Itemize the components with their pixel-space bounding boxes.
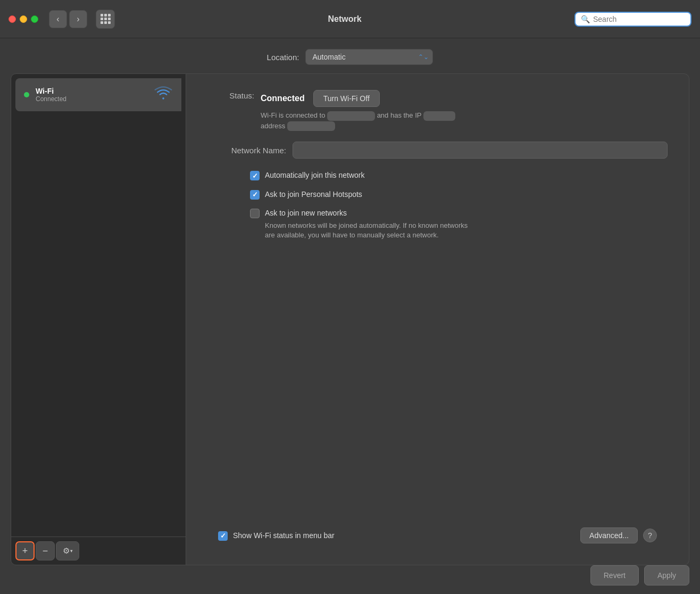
connected-dot xyxy=(24,92,29,97)
ask-new-networks-sublabel: Known networks will be joined automatica… xyxy=(265,221,478,240)
traffic-lights xyxy=(9,15,38,23)
right-panel: Status: Connected Turn Wi-Fi Off Wi-Fi i… xyxy=(186,73,689,565)
network-info: Wi-Fi Connected xyxy=(36,87,147,103)
show-wifi-checkbox[interactable]: ✓ xyxy=(218,531,228,541)
checkmark-icon-3: ✓ xyxy=(220,532,226,540)
grid-icon xyxy=(101,14,111,24)
location-select-wrap: Automatic xyxy=(305,49,433,65)
ask-hotspot-label: Ask to join Personal Hotspots xyxy=(265,189,362,200)
ask-new-networks-label: Ask to join new networks xyxy=(265,209,347,217)
status-description: Wi-Fi is connected to and has the IP add… xyxy=(261,110,668,131)
two-pane: Wi-Fi Connected + − ⚙ xyxy=(11,73,689,565)
auto-join-checkbox[interactable]: ✓ xyxy=(250,171,260,180)
ask-hotspot-checkbox[interactable]: ✓ xyxy=(250,190,260,200)
nav-buttons: ‹ › xyxy=(49,10,87,28)
redacted-address xyxy=(287,121,335,131)
back-button[interactable]: ‹ xyxy=(49,10,67,28)
auto-join-label: Automatically join this network xyxy=(265,170,365,181)
status-content: Connected Turn Wi-Fi Off Wi-Fi is connec… xyxy=(261,90,668,131)
wifi-network-item[interactable]: Wi-Fi Connected xyxy=(15,78,181,111)
gear-icon: ⚙ xyxy=(63,546,70,556)
panel-spacer xyxy=(11,111,186,537)
search-input[interactable] xyxy=(593,15,685,23)
network-name-label: Wi-Fi xyxy=(36,87,147,95)
checkmark-icon: ✓ xyxy=(252,172,258,180)
help-button[interactable]: ? xyxy=(643,529,657,542)
grid-view-button[interactable] xyxy=(96,10,115,29)
search-icon: 🔍 xyxy=(581,15,590,23)
left-panel: Wi-Fi Connected + − ⚙ xyxy=(11,73,186,565)
location-label: Location: xyxy=(267,53,299,62)
show-wifi-row: ✓ Show Wi-Fi status in menu bar Advanced… xyxy=(218,527,657,543)
network-name-field-label: Network Name: xyxy=(207,146,293,155)
title-bar: ‹ › Network 🔍 xyxy=(0,0,700,38)
advanced-button[interactable]: Advanced... xyxy=(580,527,638,543)
close-button[interactable] xyxy=(9,15,16,23)
apply-button[interactable]: Apply xyxy=(644,565,689,585)
maximize-button[interactable] xyxy=(31,15,38,23)
ask-new-networks-row: Ask to join new networks Known networks … xyxy=(250,208,668,240)
forward-button[interactable]: › xyxy=(69,10,87,28)
status-connected-value: Connected xyxy=(261,94,305,103)
status-field-label: Status: xyxy=(207,90,261,100)
redacted-ssid xyxy=(327,111,375,121)
wifi-signal-icon xyxy=(154,86,173,104)
network-name-row: Network Name: xyxy=(207,142,668,159)
checkmark-icon-2: ✓ xyxy=(252,191,258,199)
search-bar[interactable]: 🔍 xyxy=(574,12,691,27)
turn-wifi-off-button[interactable]: Turn Wi-Fi Off xyxy=(313,90,380,107)
network-status-label: Connected xyxy=(36,95,147,103)
remove-network-button[interactable]: − xyxy=(36,541,55,560)
auto-join-row: ✓ Automatically join this network xyxy=(250,170,668,181)
ask-new-networks-content: Ask to join new networks Known networks … xyxy=(265,208,478,240)
show-wifi-right: Advanced... ? xyxy=(580,527,657,543)
left-toolbar: + − ⚙ ▾ xyxy=(11,537,186,565)
ask-new-networks-checkbox[interactable] xyxy=(250,209,260,218)
location-select[interactable]: Automatic xyxy=(305,49,433,65)
spacer xyxy=(207,251,668,527)
revert-button[interactable]: Revert xyxy=(590,565,639,585)
chevron-down-icon: ▾ xyxy=(70,548,73,554)
checkbox-section: ✓ Automatically join this network ✓ Ask … xyxy=(207,170,668,240)
add-network-button[interactable]: + xyxy=(15,541,35,560)
action-row: Revert Apply xyxy=(0,565,700,594)
location-row: Location: Automatic xyxy=(0,38,700,73)
minimize-button[interactable] xyxy=(20,15,27,23)
show-wifi-label: Show Wi-Fi status in menu bar xyxy=(233,531,335,540)
network-name-input[interactable] xyxy=(293,142,668,159)
ask-hotspot-row: ✓ Ask to join Personal Hotspots xyxy=(250,189,668,200)
main-content: Location: Automatic Wi-Fi Connected xyxy=(0,38,700,594)
redacted-ip xyxy=(423,111,455,121)
page-title: Network xyxy=(121,14,568,24)
status-row: Status: Connected Turn Wi-Fi Off Wi-Fi i… xyxy=(207,90,668,131)
network-options-button[interactable]: ⚙ ▾ xyxy=(56,541,79,560)
